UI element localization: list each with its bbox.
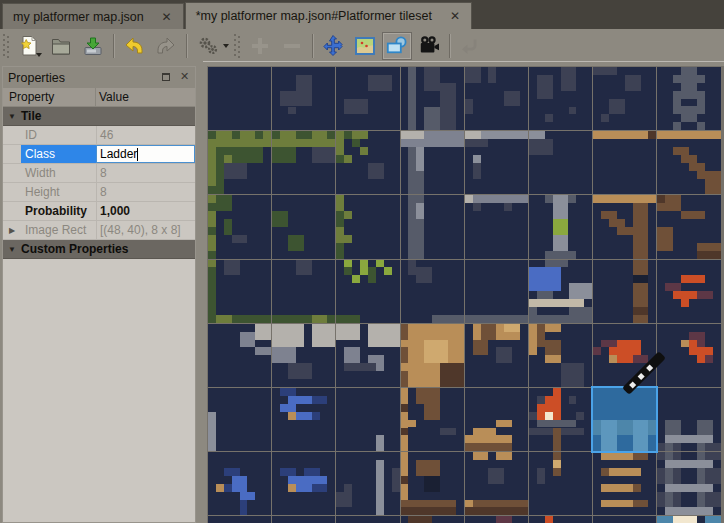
property-row-class[interactable]: ClassLadder bbox=[3, 145, 195, 164]
property-row-width[interactable]: Width8 bbox=[3, 164, 195, 183]
tile-r7-c5[interactable] bbox=[529, 516, 592, 523]
property-value[interactable]: 8 bbox=[96, 164, 195, 182]
select-tiles-tool-button[interactable] bbox=[382, 32, 412, 60]
tile-r3-c2[interactable] bbox=[336, 260, 399, 323]
property-value[interactable]: [(48, 40), 8 x 8] bbox=[96, 221, 195, 239]
tile-r5-c1[interactable] bbox=[272, 388, 335, 451]
column-header-property[interactable]: Property bbox=[3, 88, 96, 106]
undo-button[interactable] bbox=[119, 32, 149, 60]
tile-r1-c2[interactable] bbox=[336, 131, 399, 194]
tile-r1-c6[interactable] bbox=[593, 131, 656, 194]
expand-arrow-icon[interactable]: ▶ bbox=[3, 221, 21, 239]
float-panel-button[interactable] bbox=[159, 70, 172, 83]
tile-r0-c2[interactable] bbox=[336, 67, 399, 130]
new-file-button[interactable] bbox=[14, 32, 44, 60]
tile-r4-c6[interactable] bbox=[593, 324, 656, 387]
tile-r0-c1[interactable] bbox=[272, 67, 335, 130]
tile-r2-c1[interactable] bbox=[272, 195, 335, 258]
column-header-value[interactable]: Value bbox=[96, 88, 195, 106]
tile-animation-editor-button[interactable] bbox=[414, 32, 444, 60]
tile-r0-c0[interactable] bbox=[208, 67, 271, 130]
property-row-tile[interactable]: ▼Tile bbox=[3, 107, 195, 126]
tile-r0-c5[interactable] bbox=[529, 67, 592, 130]
tile-r7-c1[interactable] bbox=[272, 516, 335, 523]
tile-r4-c1[interactable] bbox=[272, 324, 335, 387]
move-tool-button[interactable] bbox=[318, 32, 348, 60]
tile-r3-c0[interactable] bbox=[208, 260, 271, 323]
tile-r1-c4[interactable] bbox=[465, 131, 528, 194]
tile-r5-c4[interactable] bbox=[465, 388, 528, 451]
tile-r7-c2[interactable] bbox=[336, 516, 399, 523]
property-value[interactable]: 1,000 bbox=[96, 202, 195, 220]
property-row-probability[interactable]: Probability1,000 bbox=[3, 202, 195, 221]
tile-r6-c6[interactable] bbox=[593, 452, 656, 515]
tile-r2-c7[interactable] bbox=[657, 195, 720, 258]
property-row-custom-properties[interactable]: ▼Custom Properties bbox=[3, 240, 195, 259]
tile-r1-c3[interactable] bbox=[401, 131, 464, 194]
tile-r2-c2[interactable] bbox=[336, 195, 399, 258]
tile-r2-c0[interactable] bbox=[208, 195, 271, 258]
tile-r1-c5[interactable] bbox=[529, 131, 592, 194]
tile-r5-c7[interactable] bbox=[657, 388, 720, 451]
property-value[interactable]: 8 bbox=[96, 183, 195, 201]
tile-r0-c3[interactable] bbox=[401, 67, 464, 130]
tile-r2-c6[interactable] bbox=[593, 195, 656, 258]
tile-r4-c2[interactable] bbox=[336, 324, 399, 387]
tile-r6-c3[interactable] bbox=[401, 452, 464, 515]
tile-r2-c4[interactable] bbox=[465, 195, 528, 258]
tile-r4-c0[interactable] bbox=[208, 324, 271, 387]
tile-r6-c1[interactable] bbox=[272, 452, 335, 515]
tile-r7-c7[interactable] bbox=[657, 516, 720, 523]
edit-tileset-button[interactable] bbox=[350, 32, 380, 60]
tile-r5-c2[interactable] bbox=[336, 388, 399, 451]
tile-r5-c3[interactable] bbox=[401, 388, 464, 451]
tile-r4-c3[interactable] bbox=[401, 324, 464, 387]
tile-r1-c0[interactable] bbox=[208, 131, 271, 194]
save-file-button[interactable] bbox=[78, 32, 108, 60]
tile-r0-c4[interactable] bbox=[465, 67, 528, 130]
class-value-editor[interactable]: Ladder bbox=[96, 145, 195, 163]
tile-r6-c4[interactable] bbox=[465, 452, 528, 515]
tile-r1-c7[interactable] bbox=[657, 131, 720, 194]
tile-r5-c0[interactable] bbox=[208, 388, 271, 451]
tile-r3-c7[interactable] bbox=[657, 260, 720, 323]
toolbar-drag-handle[interactable] bbox=[3, 34, 10, 58]
tile-r6-c5[interactable] bbox=[529, 452, 592, 515]
execute-commands-button[interactable] bbox=[192, 32, 232, 60]
tile-r4-c4[interactable] bbox=[465, 324, 528, 387]
close-panel-button[interactable]: ✕ bbox=[178, 70, 191, 83]
tile-r6-c0[interactable] bbox=[208, 452, 271, 515]
tile-r3-c4[interactable] bbox=[465, 260, 528, 323]
open-file-button[interactable] bbox=[46, 32, 76, 60]
tile-r2-c5[interactable] bbox=[529, 195, 592, 258]
tab-close-icon[interactable]: ✕ bbox=[448, 9, 462, 23]
tab-close-icon[interactable]: ✕ bbox=[160, 10, 174, 24]
property-row-id[interactable]: ID46 bbox=[3, 126, 195, 145]
tile-r5-c6[interactable] bbox=[593, 388, 656, 451]
tile-r6-c2[interactable] bbox=[336, 452, 399, 515]
tab-tileset[interactable]: *my platformer map.json#Platformer tiles… bbox=[185, 2, 472, 29]
tile-r6-c7[interactable] bbox=[657, 452, 720, 515]
property-row-height[interactable]: Height8 bbox=[3, 183, 195, 202]
tile-r1-c1[interactable] bbox=[272, 131, 335, 194]
collapse-arrow-icon[interactable]: ▼ bbox=[3, 240, 21, 258]
tile-r4-c7[interactable] bbox=[657, 324, 720, 387]
tile-r7-c0[interactable] bbox=[208, 516, 271, 523]
tile-r7-c6[interactable] bbox=[593, 516, 656, 523]
tile-r2-c3[interactable] bbox=[401, 195, 464, 258]
tile-r3-c3[interactable] bbox=[401, 260, 464, 323]
tile-r3-c1[interactable] bbox=[272, 260, 335, 323]
tile-r0-c7[interactable] bbox=[657, 67, 720, 130]
tile-r7-c4[interactable] bbox=[465, 516, 528, 523]
toolbar-drag-handle[interactable] bbox=[234, 34, 241, 58]
tile-r5-c5[interactable] bbox=[529, 388, 592, 451]
tab-map[interactable]: my platformer map.json✕ bbox=[2, 3, 184, 29]
collapse-arrow-icon[interactable]: ▼ bbox=[3, 107, 21, 125]
tile-r4-c5[interactable] bbox=[529, 324, 592, 387]
tile-r0-c6[interactable] bbox=[593, 67, 656, 130]
tile-r3-c6[interactable] bbox=[593, 260, 656, 323]
property-row-image-rect[interactable]: ▶Image Rect[(48, 40), 8 x 8] bbox=[3, 221, 195, 240]
tile-r7-c3[interactable] bbox=[401, 516, 464, 523]
tile-r3-c5[interactable] bbox=[529, 260, 592, 323]
property-value[interactable]: 46 bbox=[96, 126, 195, 144]
